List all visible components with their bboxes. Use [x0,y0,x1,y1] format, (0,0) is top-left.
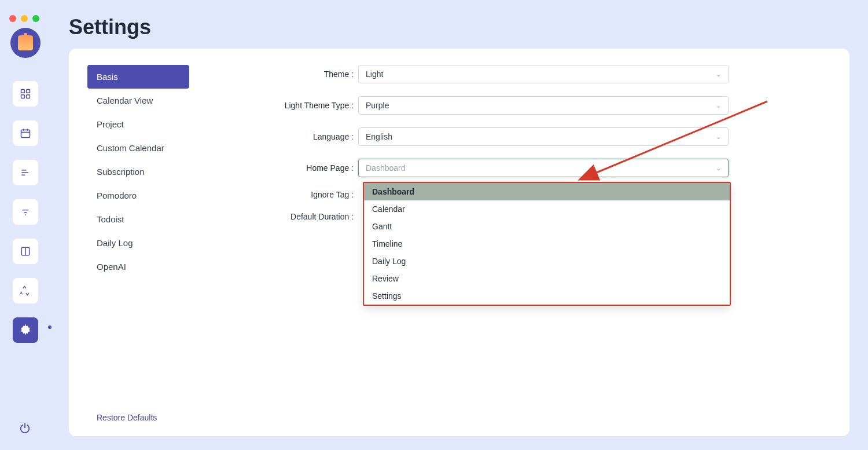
dropdown-option-calendar[interactable]: Calendar [364,200,730,218]
dashboard-icon [20,88,31,100]
tab-daily-log[interactable]: Daily Log [87,231,189,255]
settings-tabs: Basis Calendar View Project Custom Calen… [87,65,189,420]
theme-value: Light [366,69,383,79]
tab-project[interactable]: Project [87,112,189,136]
light-theme-type-select[interactable]: Purple ⌄ [358,96,729,115]
svg-rect-1 [26,90,30,93]
nav-timeline[interactable] [13,199,38,225]
restore-defaults-link[interactable]: Restore Defaults [97,413,157,422]
app-logo-icon [18,35,33,50]
language-value: English [366,132,392,141]
tab-todoist[interactable]: Todoist [87,207,189,231]
recycle-icon [20,285,31,297]
active-nav-indicator [48,325,52,329]
form-row-home-page: Home Page Dashboard ⌄ [203,159,831,177]
power-button[interactable] [19,422,32,436]
svg-rect-0 [21,90,24,93]
chevron-down-icon: ⌄ [716,71,721,78]
dropdown-option-review[interactable]: Review [364,270,730,287]
home-page-select[interactable]: Dashboard ⌄ [358,159,729,177]
form-row-light-theme-type: Light Theme Type Purple ⌄ [203,96,831,115]
home-page-dropdown: Dashboard Calendar Gantt Timeline Daily … [363,182,731,306]
tab-subscription[interactable]: Subscription [87,160,189,184]
form-row-language: Language English ⌄ [203,127,831,146]
panel-icon [20,246,31,257]
tab-openai[interactable]: OpenAI [87,255,189,279]
minimize-window-button[interactable] [21,15,28,22]
nav-recycle[interactable] [13,278,38,303]
language-label: Language [203,132,358,141]
page-title: Settings [50,0,868,49]
nav-gantt[interactable] [13,160,38,185]
chevron-down-icon: ⌄ [716,164,721,172]
theme-label: Theme [203,69,358,79]
tab-pomodoro[interactable]: Pomodoro [87,184,189,207]
settings-form: Theme Light ⌄ Light Theme Type Purple ⌄ … [189,65,831,420]
dropdown-option-dashboard[interactable]: Dashboard [364,183,730,200]
nav-settings[interactable] [13,317,38,343]
ignore-tag-label: Ignore Tag [203,190,358,199]
nav-dashboard[interactable] [13,81,38,107]
default-duration-label: Default Duration [203,212,358,221]
maximize-window-button[interactable] [32,15,39,22]
settings-card: Basis Calendar View Project Custom Calen… [69,49,849,436]
nav-calendar[interactable] [13,120,38,146]
home-page-label: Home Page [203,163,358,173]
power-icon [19,422,31,435]
tab-custom-calendar[interactable]: Custom Calendar [87,136,189,160]
dropdown-option-daily-log[interactable]: Daily Log [364,253,730,270]
timeline-icon [20,206,31,218]
dropdown-option-timeline[interactable]: Timeline [364,235,730,253]
light-theme-type-label: Light Theme Type [203,101,358,110]
home-page-placeholder: Dashboard [366,163,406,173]
light-theme-type-value: Purple [366,101,389,110]
form-row-theme: Theme Light ⌄ [203,65,831,83]
nav-panel[interactable] [13,239,38,264]
dropdown-option-settings[interactable]: Settings [364,287,730,305]
gear-icon [20,324,31,336]
tab-calendar-view[interactable]: Calendar View [87,89,189,112]
close-window-button[interactable] [9,15,16,22]
app-logo[interactable] [10,28,41,58]
dropdown-option-gantt[interactable]: Gantt [364,218,730,235]
svg-rect-3 [26,95,30,98]
app-sidebar [0,0,50,450]
chevron-down-icon: ⌄ [716,133,721,141]
tab-basis[interactable]: Basis [87,65,189,89]
window-traffic-lights [9,15,39,22]
language-select[interactable]: English ⌄ [358,127,729,146]
calendar-icon [20,127,31,139]
svg-rect-2 [21,95,24,98]
chevron-down-icon: ⌄ [716,102,721,109]
theme-select[interactable]: Light ⌄ [358,65,729,83]
gantt-icon [20,167,31,178]
main-area: Settings Basis Calendar View Project Cus… [50,0,868,450]
svg-rect-4 [21,130,30,137]
